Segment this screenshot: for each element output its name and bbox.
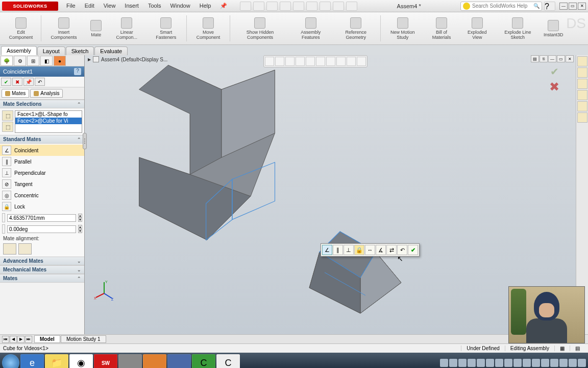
mate-concentric[interactable]: ◎Concentric (0, 190, 84, 201)
section-standard-mates[interactable]: Standard Mates⌃ (0, 135, 84, 144)
cmd-explode-line[interactable]: Explode Line Sketch (495, 13, 541, 43)
cmd-show-hidden[interactable]: Show Hidden Components (231, 13, 289, 43)
qat-rebuild-icon[interactable] (333, 2, 344, 11)
part-cube[interactable] (294, 226, 406, 334)
taskbar-solidworks-icon[interactable]: SW (94, 354, 117, 368)
taskbar-app-3-icon[interactable] (167, 354, 191, 368)
menu-window[interactable]: Window (166, 2, 194, 10)
viewport-close-icon[interactable]: ✕ (566, 55, 574, 62)
start-button[interactable] (2, 354, 19, 368)
tray-icon[interactable] (504, 359, 512, 367)
tab-config-mgr-icon[interactable]: ⊞ (27, 56, 39, 66)
apply-scene-icon[interactable] (347, 57, 356, 66)
taskpane-custom-props-icon[interactable] (577, 112, 587, 123)
section-advanced-mates[interactable]: Advanced Mates⌄ (0, 257, 84, 265)
confirm-ok-icon[interactable]: ✔ (547, 65, 561, 78)
tab-display-mgr-icon[interactable]: ● (54, 56, 66, 66)
tray-icon[interactable] (495, 359, 503, 367)
subtab-analysis[interactable]: Analysis (30, 89, 63, 98)
ctx-perpendicular-icon[interactable]: ⊥ (344, 245, 354, 255)
cmd-exploded-view[interactable]: Exploded View (459, 13, 495, 43)
mate-lock[interactable]: 🔒Lock (0, 201, 84, 212)
pm-help-icon[interactable]: ? (74, 68, 81, 75)
menu-help[interactable]: Help (195, 2, 215, 10)
section-mate-selections[interactable]: Mate Selections⌃ (0, 100, 84, 108)
view-settings-icon[interactable] (357, 57, 366, 66)
ctx-coincident-icon[interactable]: ∠ (322, 245, 332, 255)
tray-icon[interactable] (458, 359, 467, 367)
align-anti-button[interactable] (18, 243, 32, 255)
collapse-icon[interactable]: ⌃ (77, 276, 81, 281)
tab-layout[interactable]: Layout (37, 47, 65, 55)
pm-cancel-button[interactable]: ✖ (12, 78, 22, 86)
qat-undo-icon[interactable] (293, 2, 304, 11)
search-box[interactable]: 🔍 (460, 2, 542, 11)
cmd-smart-fasteners[interactable]: Smart Fasteners (146, 13, 185, 43)
menu-tools[interactable]: Tools (144, 2, 165, 10)
tray-icon[interactable] (559, 359, 568, 367)
tree-expand-icon[interactable]: ▶ (88, 57, 91, 62)
spin-up[interactable]: ▲ (78, 225, 82, 229)
tray-icon[interactable] (532, 359, 540, 367)
menu-pushpin-icon[interactable]: 📌 (216, 2, 231, 10)
ctx-angle-icon[interactable]: ∡ (376, 245, 386, 255)
tab-property-mgr-icon[interactable]: ⚙ (14, 56, 26, 66)
pm-ok-button[interactable]: ✔ (1, 78, 11, 86)
ctx-lock-icon[interactable]: 🔒 (354, 245, 364, 255)
qat-redo-icon[interactable] (306, 2, 317, 11)
expand-icon[interactable]: ⌄ (77, 259, 81, 264)
viewport-link-icon[interactable]: ⎘ (540, 55, 548, 62)
window-restore[interactable]: ▭ (569, 3, 577, 10)
multi-mate-icon[interactable]: ⬚ (2, 122, 13, 132)
cmd-instant3d[interactable]: Instant3D (541, 13, 566, 43)
cmd-insert-components[interactable]: Insert Components (42, 13, 86, 43)
tab-nav-last-icon[interactable]: ⏭ (25, 336, 32, 343)
tab-nav-prev-icon[interactable]: ◀ (10, 336, 17, 343)
cmd-bom[interactable]: Bill of Materials (424, 13, 460, 43)
taskbar-app-4-icon[interactable]: C (192, 354, 215, 368)
tray-icon[interactable] (550, 359, 558, 367)
mate-parallel[interactable]: ∥Parallel (0, 156, 84, 167)
tray-icon[interactable] (468, 359, 476, 367)
selection-item-2[interactable]: Face<2>@Cube for Vi (15, 118, 82, 124)
viewport-tile-icon[interactable]: ▤ (531, 55, 539, 62)
edit-appearance-icon[interactable] (336, 57, 346, 66)
section-mechanical-mates[interactable]: Mechanical Mates⌄ (0, 265, 84, 274)
align-aligned-button[interactable] (3, 243, 16, 255)
section-mates-list[interactable]: Mates⌃ (0, 274, 84, 283)
taskbar-ie-icon[interactable]: e (20, 354, 44, 368)
cmd-reference-geometry[interactable]: Reference Geometry (333, 13, 379, 43)
spin-up[interactable]: ▲ (78, 214, 82, 218)
menu-view[interactable]: View (100, 2, 120, 10)
mate-perpendicular[interactable]: ⊥Perpendicular (0, 167, 84, 178)
hide-show-icon[interactable] (326, 57, 335, 66)
collapse-icon[interactable]: ⌃ (77, 102, 81, 107)
qat-select-icon[interactable] (320, 2, 331, 11)
selection-item-1[interactable]: Face<1>@L-Shape fo (15, 111, 82, 118)
tray-icon[interactable] (523, 359, 531, 367)
cmd-move-component[interactable]: Move Component (188, 13, 229, 43)
window-minimize[interactable]: — (559, 3, 568, 10)
distance-input[interactable] (7, 214, 76, 222)
taskbar-app-2-icon[interactable] (143, 354, 166, 368)
subtab-mates[interactable]: Mates (2, 89, 29, 98)
mate-tangent[interactable]: ⊘Tangent (0, 178, 84, 190)
graphics-viewport[interactable]: ▶ Assem4 (Default<Display S... ▤ ⎘ — ▭ ✕… (85, 55, 576, 334)
pm-undo-button[interactable]: ↶ (35, 78, 45, 86)
cmd-assembly-features[interactable]: Assembly Features (289, 13, 332, 43)
expand-icon[interactable]: ⌄ (77, 267, 81, 272)
tray-icon[interactable] (449, 359, 457, 367)
status-custom-icon[interactable]: ▦ (554, 346, 570, 351)
viewport-min-icon[interactable]: — (548, 55, 556, 62)
mate-selections-list[interactable]: Face<1>@L-Shape fo Face<2>@Cube for Vi (15, 110, 82, 133)
tab-assembly[interactable]: Assembly (1, 46, 37, 55)
cmd-mate[interactable]: Mate (85, 13, 107, 43)
tab-sketch[interactable]: Sketch (66, 47, 94, 55)
taskpane-design-library-icon[interactable] (577, 67, 587, 78)
menu-insert[interactable]: Insert (120, 2, 143, 10)
search-input[interactable] (472, 3, 533, 9)
tray-icon[interactable] (513, 359, 522, 367)
tab-nav-next-icon[interactable]: ▶ (17, 336, 24, 343)
part-l-shape[interactable] (105, 60, 299, 255)
help-icon[interactable]: ? (544, 2, 555, 11)
